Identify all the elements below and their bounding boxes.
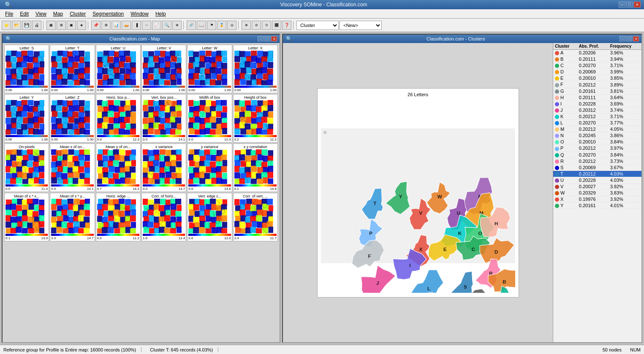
tb-open-button[interactable]: 📂 (12, 21, 21, 30)
tb-zoomin-button[interactable]: ⊕ (242, 21, 251, 30)
map-cell[interactable]: Vert. box pos...0.014.1 (141, 94, 186, 143)
map-minimize-button[interactable]: ─ (258, 36, 264, 41)
cluster-row[interactable]: K0.202123.71% (553, 113, 641, 119)
cluster-close-button[interactable]: ✕ (633, 36, 639, 41)
map-cell[interactable]: Letter: T0.001.00 (50, 45, 95, 93)
cluster-row[interactable]: L0.202703.77% (553, 120, 641, 126)
cluster-row[interactable]: H0.201113.64% (553, 94, 641, 100)
map-cell[interactable]: y variance0.014.6 (187, 143, 232, 192)
cluster-row[interactable]: P0.202123.97% (553, 145, 641, 151)
menu-help[interactable]: Help (152, 10, 169, 18)
window-controls[interactable]: ─ □ ✕ (619, 2, 641, 8)
map-cell[interactable]: Horiz. box p...0.012.3 (96, 94, 141, 143)
cluster-region[interactable] (408, 270, 443, 293)
minimize-button[interactable]: ─ (619, 2, 625, 8)
map-cell[interactable]: Height of box0.212.2 (233, 94, 278, 143)
map-cell[interactable]: Width of box0.012.3 (187, 94, 232, 143)
tb-print-button[interactable]: 🖨 (32, 21, 41, 30)
map-cell[interactable]: Letter: W0.001.00 (187, 45, 232, 93)
tb-help-button[interactable]: ❓ (282, 21, 291, 30)
menu-segmentation[interactable]: Segmentation (89, 10, 127, 18)
cluster-row[interactable]: G0.201613.81% (553, 88, 641, 94)
tb-bar-button[interactable]: ▐ (132, 21, 141, 30)
cluster-mode-select[interactable]: Cluster (296, 21, 339, 30)
tb-zoomout-button[interactable]: ⊖ (252, 21, 261, 30)
map-cell[interactable]: Letter: V0.001.00 (141, 45, 186, 93)
tb-btn-8[interactable]: ◈ (77, 21, 86, 30)
cluster-row[interactable]: E0.200103.85% (553, 75, 641, 81)
maximize-button[interactable]: □ (626, 2, 633, 8)
map-cell[interactable]: Mean of x * x...0.113.9 (4, 193, 49, 241)
menu-view[interactable]: View (32, 10, 50, 18)
cluster-row[interactable]: B0.201113.94% (553, 56, 641, 62)
tb-btn-5[interactable]: ▦ (46, 21, 56, 30)
menu-map[interactable]: Map (50, 10, 66, 18)
tb-new-button[interactable]: ⭐ (2, 21, 11, 30)
tb-save-button[interactable]: 💾 (22, 21, 31, 30)
cluster-row[interactable]: C0.202703.71% (553, 62, 641, 69)
tb-zoom2-button[interactable]: ⊕ (172, 21, 182, 30)
tb-book-button[interactable]: 📖 (197, 21, 206, 30)
tb-pin-button[interactable]: 📌 (91, 21, 101, 30)
map-close-button[interactable]: ✕ (271, 36, 277, 41)
map-cell[interactable]: Letter: S0.001.00 (4, 45, 49, 93)
cluster-row[interactable]: Q0.202703.84% (553, 151, 641, 158)
menu-cluster[interactable]: Cluster (66, 10, 89, 18)
tb-target-button[interactable]: ◎ (227, 21, 236, 30)
cluster-row[interactable]: V0.200273.92% (553, 183, 641, 189)
tb-zoom100-button[interactable]: ⊙ (262, 21, 271, 30)
tb-grid-button[interactable]: ⊞ (101, 21, 111, 30)
tb-zoomfit-button[interactable]: ⬛ (272, 21, 281, 30)
tb-btn-6[interactable]: ⊞ (57, 21, 66, 30)
map-cell[interactable]: Horiz. edge ...0.011.2 (96, 193, 141, 241)
cluster-region[interactable] (450, 271, 473, 293)
cluster-table-container[interactable]: Cluster Abs. Prof. Frequency A0.202063.9… (553, 43, 641, 342)
close-button[interactable]: ✕ (634, 2, 641, 8)
map-cell[interactable]: Corr. of vert. ...2.411.7 (233, 193, 278, 241)
cluster-row[interactable]: I0.202283.69% (553, 100, 641, 107)
cluster-row[interactable]: M0.202124.05% (553, 126, 641, 132)
cluster-maximize-button[interactable]: □ (626, 36, 632, 41)
map-cell[interactable]: Mean of x * y...2.014.7 (50, 193, 95, 241)
cluster-row[interactable]: J0.203123.74% (553, 107, 641, 113)
tb-line-button[interactable]: 📈 (152, 21, 161, 30)
cluster-row[interactable]: X0.199763.92% (553, 196, 641, 203)
map-cell[interactable]: On-pixels0.011.4 (4, 143, 49, 192)
map-cell[interactable]: Letter: U0.001.00 (96, 45, 141, 93)
cluster-minimize-button[interactable]: ─ (620, 36, 625, 41)
map-cell[interactable]: Letter: Y0.001.00 (4, 94, 49, 143)
cluster-row[interactable]: U0.202284.03% (553, 177, 641, 183)
map-cell[interactable]: Mean x of on...0.014.1 (50, 143, 95, 192)
menu-edit[interactable]: Edit (16, 10, 32, 18)
map-cell[interactable]: Vert. edge c...0.012.0 (187, 193, 232, 241)
cluster-row[interactable]: D0.200693.99% (553, 69, 641, 75)
cluster-row[interactable]: O0.200103.84% (553, 139, 641, 145)
cluster-row[interactable]: R0.202123.73% (553, 158, 641, 164)
cluster-new-select[interactable]: <New> (340, 21, 382, 30)
menu-window[interactable]: Window (127, 10, 152, 18)
tb-btn-7[interactable]: ▣ (67, 21, 76, 30)
cluster-row[interactable]: Y0.201614.01% (553, 203, 641, 209)
cluster-row[interactable]: S0.200693.67% (553, 164, 641, 170)
tb-zoom-button[interactable]: 🔍 (162, 21, 171, 30)
cluster-row[interactable]: N0.202453.86% (553, 132, 641, 139)
map-grid-container[interactable]: Letter: S0.001.00Letter: T0.001.00Letter… (3, 43, 280, 342)
tb-chart-button[interactable]: 📊 (111, 21, 121, 30)
tb-flow-button[interactable]: ↔ (142, 21, 151, 30)
tb-medal-button[interactable]: 🏅 (217, 21, 226, 30)
map-cell[interactable]: Mean y of on...0.714.2 (96, 143, 141, 192)
map-maximize-button[interactable]: □ (264, 36, 270, 41)
cluster-row[interactable]: F0.202123.89% (553, 81, 641, 88)
tb-link-button[interactable]: 🔗 (187, 21, 196, 30)
menu-file[interactable]: File (2, 10, 16, 18)
cluster-row[interactable]: A0.202063.96% (553, 50, 641, 56)
tb-pie-button[interactable]: 🥧 (122, 21, 131, 30)
map-cell[interactable]: Letter: Z0.001.00 (50, 94, 95, 143)
tb-flag-button[interactable]: ⚑ (207, 21, 216, 30)
cluster-row[interactable]: T0.202124.03% (553, 170, 641, 177)
map-cell[interactable]: x variance0.014.7 (141, 143, 186, 192)
cluster-svg[interactable]: TYWNVUMPKOHFXECDIRBJLSAZGQ (321, 99, 515, 293)
map-cell[interactable]: x y correlation0.114.8 (233, 143, 278, 192)
map-cell[interactable]: Letter: X0.001.00 (233, 45, 278, 93)
map-cell[interactable]: Corr. of horiz...1.612.4 (141, 193, 186, 241)
